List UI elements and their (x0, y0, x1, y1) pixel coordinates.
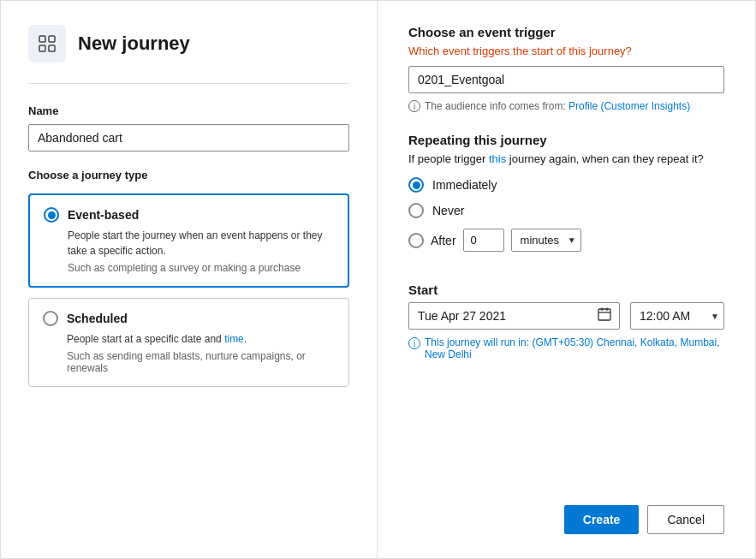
audience-info: i The audience info comes from: Profile … (408, 100, 724, 112)
name-label: Name (28, 104, 349, 117)
audience-text: The audience info comes from: Profile (C… (425, 100, 690, 112)
event-trigger-heading: Choose an event trigger (408, 25, 724, 39)
scheduled-desc: People start at a specific date and time… (67, 331, 335, 347)
time-dropdown-wrapper: 12:00 AM 12:30 AM 1:00 AM 1:30 AM ▼ (630, 302, 724, 330)
after-label: After (431, 234, 456, 247)
page-title: New journey (78, 33, 190, 55)
after-row[interactable]: After minutes hours days ▼ (408, 229, 724, 252)
scheduled-example: Such as sending email blasts, nurture ca… (67, 350, 335, 374)
left-panel: New journey Name Choose a journey type E… (1, 1, 378, 558)
scheduled-header: Scheduled (43, 311, 335, 326)
date-input-wrapper (408, 302, 620, 330)
repeating-subtext: If people trigger this journey again, wh… (408, 152, 724, 165)
after-unit-select[interactable]: minutes hours days (511, 229, 581, 252)
repeating-section: Repeating this journey If people trigger… (408, 133, 724, 262)
scheduled-option[interactable]: Scheduled People start at a specific dat… (28, 298, 349, 387)
after-radio[interactable] (408, 233, 424, 248)
header-divider (28, 83, 349, 84)
event-based-example: Such as completing a survey or making a … (68, 262, 334, 274)
event-based-header: Event-based (44, 207, 334, 223)
journey-type-label: Choose a journey type (28, 169, 349, 181)
timezone-text: This journey will run in: (GMT+05:30) Ch… (425, 336, 724, 360)
after-unit-wrapper: minutes hours days ▼ (511, 229, 581, 252)
event-based-option[interactable]: Event-based People start the journey whe… (28, 193, 349, 288)
event-trigger-subtext: Which event triggers the start of this j… (408, 45, 724, 57)
event-based-radio[interactable] (44, 207, 59, 223)
event-based-label: Event-based (68, 208, 139, 222)
start-row: 12:00 AM 12:30 AM 1:00 AM 1:30 AM ▼ (408, 302, 724, 330)
start-date-input[interactable] (408, 302, 620, 330)
timezone-info: i This journey will run in: (GMT+05:30) … (408, 336, 724, 360)
profile-link[interactable]: Profile (Customer Insights) (568, 100, 690, 112)
info-icon: i (408, 100, 420, 112)
immediately-row[interactable]: Immediately (408, 177, 724, 193)
journey-icon (28, 25, 66, 62)
svg-rect-3 (49, 45, 55, 51)
event-input[interactable] (408, 66, 724, 93)
scheduled-radio[interactable] (43, 311, 58, 326)
scheduled-label: Scheduled (67, 312, 128, 325)
event-trigger-section: Choose an event trigger Which event trig… (408, 25, 724, 133)
start-heading: Start (408, 282, 724, 297)
repeating-heading: Repeating this journey (408, 133, 724, 147)
start-time-select[interactable]: 12:00 AM 12:30 AM 1:00 AM 1:30 AM (630, 302, 724, 330)
svg-rect-1 (49, 36, 55, 42)
footer: Create Cancel (408, 488, 724, 534)
right-panel: Choose an event trigger Which event trig… (378, 1, 755, 558)
never-label: Never (432, 204, 464, 217)
immediately-label: Immediately (432, 178, 497, 192)
svg-rect-0 (39, 36, 45, 42)
immediately-radio[interactable] (408, 177, 424, 193)
cancel-button[interactable]: Cancel (647, 505, 724, 534)
this-highlight: this (489, 152, 506, 165)
never-radio[interactable] (408, 203, 424, 218)
create-button[interactable]: Create (564, 505, 640, 534)
name-input[interactable] (28, 124, 349, 152)
never-row[interactable]: Never (408, 203, 724, 218)
after-value-input[interactable] (463, 229, 504, 252)
event-based-desc: People start the journey when an event h… (68, 228, 334, 259)
start-section: Start 12:00 AM (408, 282, 724, 360)
timezone-info-icon: i (408, 337, 420, 349)
svg-rect-2 (39, 45, 45, 51)
header: New journey (28, 25, 349, 62)
